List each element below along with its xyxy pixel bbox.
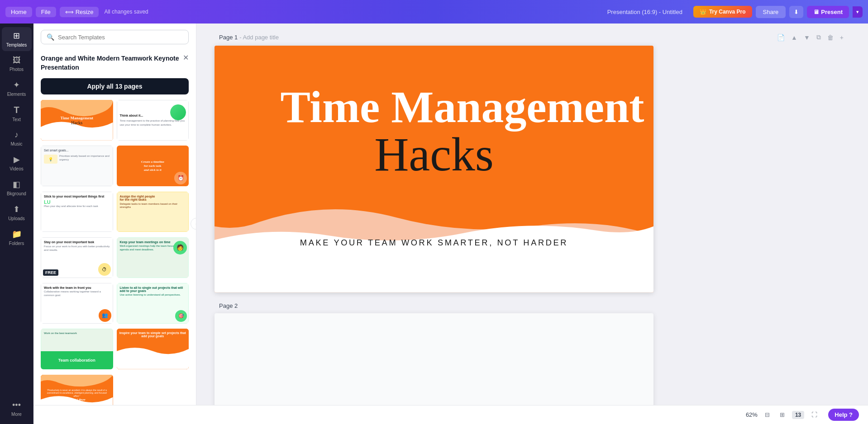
free-badge-7: FREE: [43, 269, 58, 276]
present-caret-button[interactable]: ▾: [853, 6, 863, 18]
thumb-inner-5: Stick to your most important things firs…: [41, 192, 113, 232]
sidebar-item-videos[interactable]: ▶ Videos: [2, 151, 32, 175]
template-thumbnail-9[interactable]: Work with the team in front you Collabor…: [41, 283, 113, 324]
music-icon: ♪: [14, 130, 19, 140]
file-button[interactable]: File: [36, 7, 56, 17]
sidebar-item-elements[interactable]: ✦ Elements: [2, 76, 32, 100]
thumb-inner-2: Think about it... Time management is the…: [117, 100, 189, 141]
page2-number: Page 2: [219, 302, 238, 309]
page1-add-title[interactable]: - Add page title: [239, 34, 279, 41]
background-icon: ◧: [13, 179, 20, 189]
search-box: 🔍: [41, 30, 189, 44]
page-action-up[interactable]: ▲: [789, 33, 799, 42]
sidebar-item-text[interactable]: T Text: [2, 101, 32, 126]
zoom-in-button[interactable]: ⊞: [777, 410, 787, 419]
sidebar-item-folders-label: Folders: [9, 241, 24, 246]
sidebar-item-more-label: More: [11, 412, 22, 417]
zoom-out-button[interactable]: ⊟: [762, 410, 773, 419]
sidebar-item-background[interactable]: ◧ Bkground: [2, 176, 32, 200]
apply-all-pages-button[interactable]: Apply all 13 pages: [41, 78, 189, 94]
folders-icon: 📁: [12, 229, 22, 239]
monitor-icon: 🖥: [813, 9, 819, 15]
share-button[interactable]: Share: [756, 6, 786, 18]
template-thumbnail-4[interactable]: Create a timelinefor each taskand stick …: [117, 146, 189, 186]
crown-icon: 👑: [700, 9, 706, 15]
more-icon: •••: [12, 400, 21, 410]
resize-button[interactable]: ⟺ Resize: [60, 7, 99, 17]
templates-panel: 🔍 Orange and White Modern Teamwork Keyno…: [33, 24, 196, 424]
page1-label-bar: Page 1 - Add page title 📄 ▲ ▼ ⧉ 🗑 +: [215, 33, 850, 42]
panel-header: 🔍: [33, 24, 196, 49]
sidebar-item-uploads[interactable]: ⬆ Uploads: [2, 201, 32, 225]
sidebar-item-more[interactable]: ••• More: [2, 397, 32, 420]
thumb-inner-8: Keep your team meetings on time Well-org…: [117, 237, 189, 278]
sidebar-item-photos[interactable]: 🖼 Photos: [2, 52, 32, 75]
page-action-notes[interactable]: 📄: [775, 33, 787, 42]
bottom-bar: 62% ⊟ ⊞ 13 ⛶ Help ?: [33, 405, 868, 424]
template-thumbnail-12[interactable]: Inspire your team to simple set projects…: [117, 329, 189, 369]
zoom-percentage: 62%: [746, 411, 758, 418]
template-thumbnail-11[interactable]: Work on the best teamwork Team collabora…: [41, 329, 113, 369]
template-thumbnail-8[interactable]: Keep your team meetings on time Well-org…: [117, 237, 189, 278]
home-button[interactable]: Home: [5, 7, 32, 17]
page-action-delete[interactable]: 🗑: [825, 33, 835, 42]
slide1-title-area: Time Management Hacks: [281, 82, 588, 182]
slide1-subtitle: Hacks: [281, 127, 588, 182]
thumb-inner-9: Work with the team in front you Collabor…: [41, 283, 113, 324]
present-button[interactable]: 🖥 Present: [807, 6, 849, 18]
page-action-down[interactable]: ▼: [802, 33, 812, 42]
page1-actions: 📄 ▲ ▼ ⧉ 🗑 +: [775, 33, 845, 42]
document-title: Presentation (16:9) - Untitled: [607, 9, 682, 15]
sidebar-item-templates-label: Templates: [6, 42, 27, 47]
template-thumbnail-2[interactable]: Think about it... Time management is the…: [117, 100, 189, 141]
fullscreen-button[interactable]: ⛶: [809, 410, 820, 419]
download-icon: ⬇: [794, 9, 799, 15]
sidebar-item-templates[interactable]: ⊞ Templates: [2, 27, 32, 51]
thumb-inner-12: Inspire your team to simple set projects…: [117, 329, 189, 369]
slide-canvas-1[interactable]: Time Management Hacks MAKE YOUR TEAM WOR…: [215, 46, 653, 292]
topnav-right-actions: 👑 Try Canva Pro Share ⬇ 🖥 Present ▾: [693, 6, 863, 18]
page-action-copy[interactable]: ⧉: [815, 33, 823, 42]
thumb-inner-7: Stay on your most important task Focus o…: [41, 237, 113, 278]
sidebar-item-background-label: Bkground: [7, 191, 26, 196]
thumb-inner-3: Set smart goals... 💡 Prioritize wisely b…: [41, 146, 113, 186]
template-name: Orange and White Modern Teamwork Keynote…: [41, 54, 183, 72]
elements-icon: ✦: [13, 80, 20, 90]
thumb-inner-4: Create a timelinefor each taskand stick …: [117, 146, 189, 186]
videos-icon: ▶: [14, 155, 20, 165]
main-layout: ⊞ Templates 🖼 Photos ✦ Elements T Text ♪…: [0, 24, 868, 424]
template-title-area: Orange and White Modern Teamwork Keynote…: [33, 49, 196, 75]
sidebar-item-music[interactable]: ♪ Music: [2, 127, 32, 150]
template-thumbnail-7[interactable]: Stay on your most important task Focus o…: [41, 237, 113, 278]
sidebar-item-uploads-label: Uploads: [8, 216, 25, 221]
sidebar-item-music-label: Music: [10, 141, 22, 146]
search-icon: 🔍: [47, 33, 54, 41]
sidebar-item-elements-label: Elements: [7, 92, 26, 97]
close-template-button[interactable]: ✕: [183, 53, 189, 62]
page-count-badge: 13: [792, 411, 804, 419]
download-button[interactable]: ⬇: [789, 6, 803, 18]
template-thumbnail-5[interactable]: Stick to your most important things firs…: [41, 192, 113, 232]
page1-number: Page 1: [219, 34, 238, 41]
page-action-add[interactable]: +: [838, 33, 845, 42]
template-thumbnail-10[interactable]: Listen to all to single out projects tha…: [117, 283, 189, 324]
template-thumbnail-3[interactable]: Set smart goals... 💡 Prioritize wisely b…: [41, 146, 113, 186]
icon-sidebar: ⊞ Templates 🖼 Photos ✦ Elements T Text ♪…: [0, 24, 33, 424]
thumb-inner-10: Listen to all to single out projects tha…: [117, 283, 189, 324]
sidebar-item-text-label: Text: [12, 117, 20, 122]
uploads-icon: ⬆: [13, 204, 20, 214]
resize-icon: ⟺: [65, 9, 74, 15]
try-canva-pro-button[interactable]: 👑 Try Canva Pro: [693, 6, 752, 18]
autosave-status: All changes saved: [104, 9, 148, 15]
page2-label-bar: Page 2: [215, 302, 850, 310]
search-input[interactable]: [58, 34, 183, 41]
template-thumbnail-1[interactable]: Time Management Hacks: [41, 100, 113, 141]
text-icon: T: [14, 105, 19, 115]
help-button[interactable]: Help ?: [828, 409, 859, 421]
slide1-content-area: Time Management Hacks MAKE YOUR TEAM WOR…: [215, 46, 653, 292]
template-thumbnail-6[interactable]: Assign the right peoplefor the right tas…: [117, 192, 189, 232]
sidebar-item-folders[interactable]: 📁 Folders: [2, 226, 32, 250]
sidebar-item-photos-label: Photos: [10, 67, 24, 72]
top-navigation: Home File ⟺ Resize All changes saved Pre…: [0, 0, 868, 24]
photos-icon: 🖼: [13, 56, 21, 65]
